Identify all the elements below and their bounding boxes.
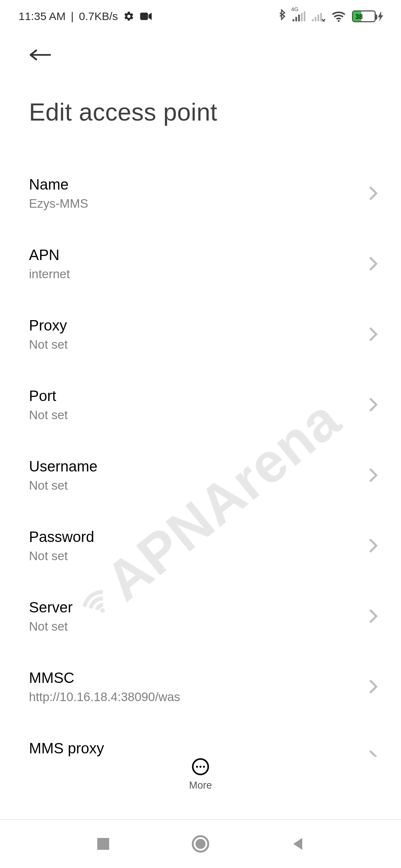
nav-recent-icon[interactable] (96, 836, 111, 851)
setting-row-name[interactable]: Name Ezys-MMS (29, 158, 379, 228)
cellular-signal-1-icon: 4G (293, 11, 306, 22)
svg-point-13 (196, 766, 198, 767)
setting-row-mms-proxy[interactable]: MMS proxy 10.16.18.77 (29, 722, 379, 757)
more-label: More (189, 780, 212, 791)
more-button[interactable]: More (0, 757, 401, 791)
svg-rect-6 (312, 19, 314, 22)
svg-rect-7 (315, 17, 317, 22)
chevron-right-icon (368, 538, 378, 553)
cellular-signal-2-icon (312, 11, 325, 22)
setting-label: APN (29, 247, 70, 263)
svg-rect-2 (296, 17, 297, 22)
status-right: 4G 38 (278, 9, 383, 23)
setting-row-password[interactable]: Password Not set (29, 510, 379, 581)
svg-rect-0 (140, 13, 148, 20)
settings-list: Name Ezys-MMS APN internet Proxy Not set… (0, 143, 401, 757)
setting-value: http://10.16.18.4:38090/was (29, 690, 180, 704)
status-left: 11:35 AM | 0.7KB/s (19, 10, 152, 23)
setting-label: Username (29, 458, 98, 475)
setting-value: Not set (29, 408, 68, 422)
svg-rect-9 (320, 13, 322, 22)
svg-rect-5 (304, 11, 306, 22)
wifi-icon (331, 11, 346, 22)
chevron-right-icon (368, 679, 378, 694)
status-time: 11:35 AM (19, 10, 66, 23)
status-separator: | (71, 10, 74, 23)
setting-label: Server (29, 599, 73, 616)
setting-value: Not set (29, 619, 73, 634)
setting-row-port[interactable]: Port Not set (29, 369, 379, 440)
setting-row-proxy[interactable]: Proxy Not set (29, 299, 379, 369)
battery-indicator: 38 (352, 10, 383, 22)
chevron-right-icon (368, 185, 378, 201)
more-horizontal-icon (191, 757, 210, 776)
setting-row-server[interactable]: Server Not set (29, 581, 379, 651)
back-arrow-icon[interactable] (28, 47, 51, 63)
setting-value: Ezys-MMS (29, 197, 88, 211)
svg-rect-16 (97, 838, 109, 850)
charging-bolt-icon (378, 11, 383, 22)
setting-label: Proxy (29, 317, 68, 334)
page-title: Edit access point (0, 85, 401, 143)
nav-back-icon[interactable] (290, 836, 305, 851)
svg-point-14 (199, 766, 201, 767)
chevron-right-icon (368, 467, 378, 483)
setting-label: MMS proxy (29, 740, 104, 757)
setting-label: Port (29, 388, 68, 404)
setting-label: MMSC (29, 670, 180, 686)
setting-value: Not set (29, 338, 68, 352)
app-bar (0, 33, 401, 77)
svg-rect-8 (317, 15, 319, 22)
chevron-right-icon (368, 397, 378, 412)
status-data-rate: 0.7KB/s (79, 10, 118, 23)
chevron-right-icon (368, 256, 378, 272)
svg-point-10 (338, 20, 340, 22)
setting-row-apn[interactable]: APN internet (29, 228, 379, 299)
setting-label: Name (29, 176, 88, 193)
svg-point-15 (203, 766, 205, 767)
video-camera-icon (140, 11, 152, 21)
chevron-right-icon (368, 608, 378, 624)
bluetooth-icon (278, 9, 287, 23)
status-bar: 11:35 AM | 0.7KB/s 4G 38 (0, 0, 401, 33)
svg-point-18 (195, 839, 205, 849)
setting-value: Not set (29, 479, 98, 493)
network-type-badge: 4G (291, 6, 299, 12)
setting-value: Not set (29, 549, 94, 563)
system-nav-bar (0, 819, 401, 868)
setting-row-username[interactable]: Username Not set (29, 440, 379, 510)
svg-rect-1 (293, 19, 294, 22)
setting-value: internet (29, 267, 70, 281)
chevron-right-icon (368, 326, 378, 342)
chevron-right-icon (368, 749, 378, 757)
setting-label: Password (29, 529, 94, 545)
setting-row-mmsc[interactable]: MMSC http://10.16.18.4:38090/was (29, 651, 379, 722)
svg-rect-4 (301, 13, 303, 22)
nav-home-icon[interactable] (191, 835, 210, 853)
svg-rect-3 (298, 15, 300, 22)
gear-icon (123, 11, 134, 22)
